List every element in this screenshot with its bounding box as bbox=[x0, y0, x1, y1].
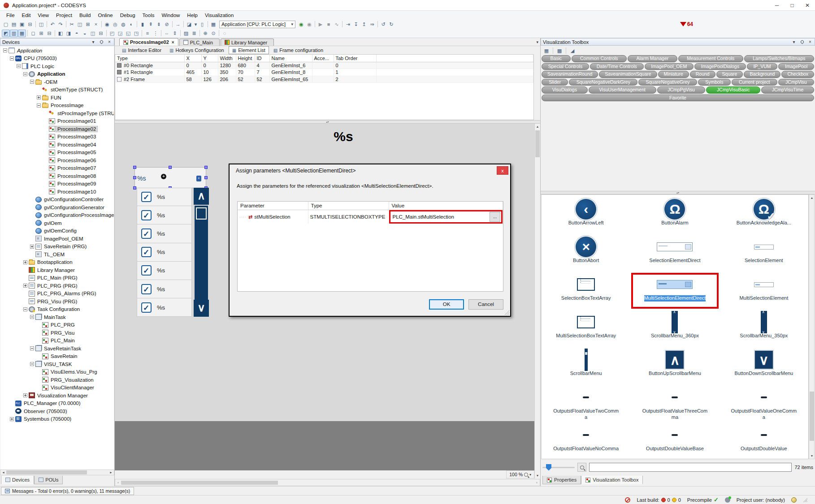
tree-item[interactable]: SaveRetain bbox=[0, 353, 114, 361]
category-button[interactable]: Current project bbox=[732, 79, 777, 86]
tree-item[interactable]: Bootapplication bbox=[0, 258, 114, 267]
tree-item[interactable]: stOemType (STRUCT) bbox=[0, 86, 114, 94]
tree-item[interactable]: SaveRetainTask bbox=[0, 345, 114, 353]
menu-item[interactable]: File bbox=[3, 12, 18, 19]
separator[interactable] bbox=[179, 30, 182, 37]
tree-item[interactable]: ProcessImage04 bbox=[0, 141, 114, 149]
tree-expander-icon[interactable] bbox=[30, 229, 34, 233]
step-over[interactable]: ⇥ bbox=[344, 21, 352, 28]
messages-tab[interactable]: Messages - Total 0 error(s), 0 warning(s… bbox=[1, 487, 134, 495]
align-center-vertical[interactable]: ⊟ bbox=[97, 30, 105, 37]
resize-handle[interactable] bbox=[204, 166, 208, 169]
table-column-header[interactable]: Type bbox=[115, 55, 184, 62]
resize-handle[interactable] bbox=[204, 176, 208, 179]
category-button[interactable]: SquareNegativeGrey bbox=[638, 79, 697, 86]
tree-expander-icon[interactable] bbox=[43, 190, 48, 194]
menu-item[interactable]: Tools bbox=[139, 12, 158, 19]
tree-expander-icon[interactable] bbox=[37, 339, 41, 343]
ungroup[interactable]: ⊟ bbox=[45, 30, 53, 37]
project-user[interactable]: Project user: (nobody) bbox=[737, 497, 785, 503]
find-next[interactable]: ◎ bbox=[111, 21, 119, 28]
category-button[interactable]: JCmpPgVisu bbox=[657, 86, 706, 94]
category-button[interactable]: Date/Time Controls bbox=[590, 63, 644, 70]
separator[interactable] bbox=[135, 21, 139, 28]
tree-item[interactable]: PLC_PRG bbox=[0, 321, 114, 329]
scroll-up-icon[interactable]: ▲ bbox=[809, 195, 815, 201]
tree-expander-icon[interactable] bbox=[30, 198, 34, 202]
MultiSelectionElement[interactable]: MultiSelectionElement bbox=[720, 272, 808, 310]
tree-item[interactable]: CPU (705003) bbox=[0, 55, 114, 63]
separator[interactable] bbox=[140, 30, 143, 37]
tree-item[interactable]: ProcessImage03 bbox=[0, 133, 114, 141]
tree-item[interactable]: gvlConfigurationProcessImage bbox=[0, 211, 114, 220]
align-top[interactable]: ◓ bbox=[73, 30, 81, 37]
pin-icon[interactable] bbox=[799, 39, 805, 45]
document-tab[interactable]: PLC_Main bbox=[179, 39, 220, 46]
bring-to-front[interactable]: ◰ bbox=[108, 30, 116, 37]
pin-icon[interactable] bbox=[99, 39, 104, 45]
table-column-header[interactable]: Y bbox=[201, 55, 218, 62]
category-button[interactable]: Common Controls bbox=[572, 55, 627, 62]
separator[interactable] bbox=[376, 21, 379, 28]
tree-expander-icon[interactable] bbox=[23, 299, 27, 303]
separator[interactable] bbox=[341, 21, 344, 28]
category-button[interactable]: VisuUserManagement bbox=[589, 86, 656, 94]
separator[interactable] bbox=[65, 21, 68, 28]
maximize-button[interactable]: □ bbox=[785, 0, 800, 10]
category-button[interactable]: ImagePoolDialogs bbox=[694, 63, 746, 70]
scrollbar-thumb[interactable] bbox=[535, 130, 540, 157]
minimize-button[interactable]: ─ bbox=[769, 0, 785, 10]
tree-item[interactable]: TL_OEM bbox=[0, 250, 114, 258]
separator[interactable] bbox=[217, 30, 221, 37]
element-list-view[interactable]: ▦ bbox=[18, 30, 26, 37]
cut[interactable]: ✂ bbox=[68, 21, 76, 28]
tree-expander-icon[interactable] bbox=[37, 378, 41, 382]
scroll-left-icon[interactable]: ◄ bbox=[0, 470, 6, 475]
ButtonAcknowledgeAla...[interactable]: Ω✓ ButtonAcknowledgeAla... bbox=[720, 197, 808, 234]
category-button[interactable]: SaveanimationSquare bbox=[599, 71, 657, 78]
checkbox-icon[interactable] bbox=[141, 247, 152, 257]
toggle-bookmark[interactable]: ▮ bbox=[139, 21, 147, 28]
tree-item[interactable]: ProcessImage05 bbox=[0, 149, 114, 157]
tree-item[interactable]: -OEM bbox=[0, 78, 114, 86]
separator[interactable] bbox=[198, 30, 201, 37]
ScrollbarMenu_350px[interactable]: ScrollbarMenu_350px bbox=[720, 310, 808, 347]
tree-item[interactable]: stProcImageType (STRUCT) bbox=[0, 109, 114, 117]
menu-item[interactable]: Build bbox=[76, 12, 95, 19]
tree-expander-icon[interactable] bbox=[10, 401, 14, 405]
SelectionElement[interactable]: SelectionElement bbox=[720, 234, 808, 272]
menu-item[interactable]: Project bbox=[52, 12, 76, 19]
horizontal-splitter[interactable]: ▴▾ bbox=[115, 120, 540, 124]
browse-button[interactable]: ... bbox=[490, 212, 500, 222]
tree-item[interactable]: gvlConfigurationController bbox=[0, 196, 114, 204]
make-same-width[interactable]: ⇔ bbox=[163, 30, 171, 37]
close-icon[interactable]: × bbox=[807, 39, 813, 45]
separator[interactable] bbox=[182, 21, 185, 28]
checkbox-icon[interactable] bbox=[141, 192, 152, 202]
dialog-title-bar[interactable]: Assign parameters <MultiSelectionElement… bbox=[230, 164, 510, 177]
ScrollbarMenu[interactable]: ScrollbarMenu bbox=[542, 347, 630, 385]
online-change[interactable]: ∿ bbox=[333, 21, 341, 28]
bring-forward[interactable]: ◱ bbox=[124, 30, 132, 37]
resize-handle[interactable] bbox=[133, 176, 136, 179]
reset-warm[interactable]: ↺ bbox=[379, 21, 387, 28]
dialog-close-button[interactable]: x bbox=[497, 166, 508, 175]
menu-item[interactable]: Visualization bbox=[201, 12, 237, 19]
separator[interactable] bbox=[105, 30, 108, 37]
login[interactable]: ◉ bbox=[297, 21, 305, 28]
tree-expander-icon[interactable] bbox=[23, 292, 27, 296]
MultiSelectionElementDirect[interactable]: MultiSelectionElementDirect bbox=[630, 272, 719, 310]
insert-placeholder[interactable]: ⊕ bbox=[201, 30, 209, 37]
category-button[interactable]: ImagePool_OEM bbox=[645, 63, 694, 70]
find-in-project[interactable]: ◍ bbox=[119, 21, 127, 28]
tree-expander-icon[interactable] bbox=[10, 56, 14, 60]
table-row[interactable]: #2 Frame 58 126 206 52 52 GenElemInst_65… bbox=[115, 76, 533, 83]
tree-expander-icon[interactable] bbox=[23, 284, 27, 288]
tree-item[interactable]: Library Manager bbox=[0, 266, 114, 274]
scroll-left-icon[interactable]: ‹ bbox=[115, 480, 121, 485]
table-column-header[interactable]: Name bbox=[269, 55, 312, 62]
tree-item[interactable]: FUN bbox=[0, 94, 114, 102]
category-button[interactable]: Special Controls bbox=[542, 63, 589, 70]
tree-item[interactable]: ImagePool_OEM bbox=[0, 235, 114, 243]
separator[interactable] bbox=[100, 21, 103, 28]
